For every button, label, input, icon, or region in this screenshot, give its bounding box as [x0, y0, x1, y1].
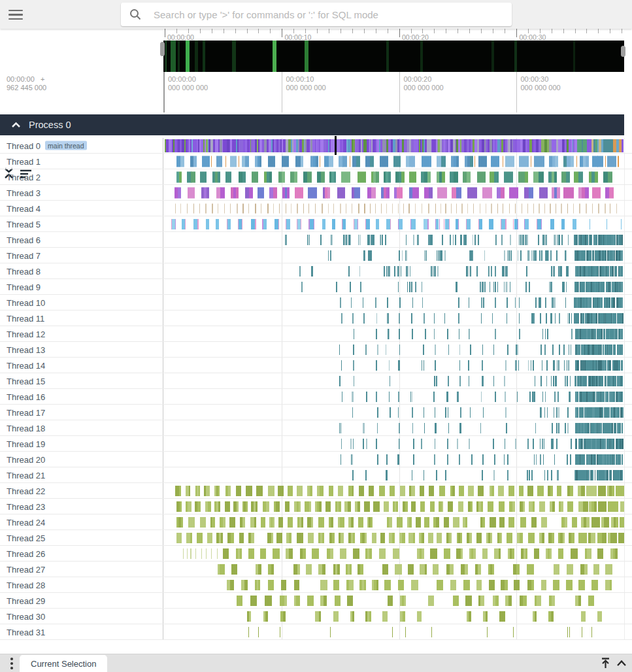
thread-row-23[interactable]: Thread 23: [0, 499, 632, 514]
thread-label[interactable]: Thread 9: [7, 282, 41, 292]
thread-label[interactable]: Thread 19: [7, 439, 45, 448]
overview-timeline[interactable]: [163, 41, 624, 72]
thread-row-6[interactable]: Thread 6: [0, 232, 632, 248]
thread-label[interactable]: Thread 3: [7, 188, 41, 197]
thread-label[interactable]: Thread 17: [7, 407, 45, 417]
thread-track[interactable]: [163, 201, 624, 216]
thread-track[interactable]: [163, 279, 624, 294]
thread-row-21[interactable]: Thread 21: [0, 467, 632, 483]
thread-label[interactable]: Thread 11: [7, 313, 44, 323]
thread-row-1[interactable]: Thread 1: [0, 154, 632, 169]
thread-label[interactable]: Thread 28: [7, 580, 45, 590]
thread-track[interactable]: [163, 358, 624, 373]
thread-track[interactable]: [163, 389, 624, 404]
thread-label[interactable]: Thread 12: [7, 329, 45, 339]
thread-label[interactable]: Thread 25: [7, 533, 45, 543]
thread-row-19[interactable]: Thread 19: [0, 436, 632, 452]
thread-track[interactable]: [163, 248, 624, 263]
thread-label[interactable]: Thread 7: [7, 250, 41, 260]
thread-row-14[interactable]: Thread 14: [0, 358, 632, 373]
thread-row-5[interactable]: Thread 5: [0, 216, 632, 232]
thread-track[interactable]: [163, 342, 624, 357]
thread-track[interactable]: [163, 216, 624, 231]
thread-row-29[interactable]: Thread 29: [0, 593, 632, 609]
thread-row-22[interactable]: Thread 22: [0, 483, 632, 499]
thread-label[interactable]: Thread 27: [7, 564, 45, 574]
overview-right-drag-handle[interactable]: [621, 46, 625, 57]
thread-row-18[interactable]: Thread 18: [0, 420, 632, 436]
thread-track[interactable]: [163, 593, 624, 608]
thread-label[interactable]: Thread 16: [7, 392, 45, 401]
thread-label[interactable]: Thread 23: [7, 501, 45, 511]
thread-track[interactable]: [163, 311, 624, 326]
thread-label[interactable]: Thread 18: [7, 423, 45, 433]
thread-track[interactable]: [163, 609, 624, 624]
thread-track[interactable]: [163, 232, 624, 247]
tab-current-selection[interactable]: Current Selection: [20, 655, 107, 672]
expand-less-icon[interactable]: [616, 659, 627, 667]
thread-track[interactable]: [163, 420, 624, 435]
thread-track[interactable]: [163, 483, 624, 498]
thread-label[interactable]: Thread 15: [7, 376, 45, 386]
thread-track[interactable]: [163, 562, 624, 577]
thread-track[interactable]: [163, 326, 624, 341]
thread-label[interactable]: Thread 31: [7, 627, 45, 637]
thread-row-13[interactable]: Thread 13: [0, 342, 632, 358]
thread-label[interactable]: Thread 20: [7, 454, 45, 464]
thread-track[interactable]: [163, 546, 624, 561]
thread-track[interactable]: [163, 405, 624, 420]
thread-label[interactable]: Thread 22: [7, 486, 45, 496]
thread-track[interactable]: [163, 436, 624, 451]
thread-label[interactable]: Thread 29: [7, 596, 45, 605]
thread-track[interactable]: [163, 499, 624, 514]
dock-to-top-icon[interactable]: [599, 657, 612, 669]
thread-track[interactable]: [163, 452, 624, 467]
search-bar[interactable]: [121, 3, 512, 26]
thread-label[interactable]: Thread 10: [7, 297, 45, 307]
thread-label[interactable]: Thread 6: [7, 235, 41, 244]
thread-label[interactable]: Thread 2: [7, 172, 41, 182]
thread-label[interactable]: Thread 24: [7, 517, 45, 527]
thread-track[interactable]: [163, 373, 624, 388]
thread-row-28[interactable]: Thread 28: [0, 577, 632, 593]
thread-label[interactable]: Thread 4: [7, 203, 41, 213]
thread-label[interactable]: Thread 0main thread: [7, 141, 87, 150]
thread-track[interactable]: [163, 624, 624, 639]
thread-row-24[interactable]: Thread 24: [0, 514, 632, 530]
thread-label[interactable]: Thread 5: [7, 219, 41, 229]
thread-row-7[interactable]: Thread 7: [0, 248, 632, 263]
thread-row-4[interactable]: Thread 4: [0, 201, 632, 216]
thread-row-10[interactable]: Thread 10: [0, 295, 632, 311]
search-input[interactable]: [152, 8, 504, 21]
timeline-ruler[interactable]: 00:00:0000:00:1000:00:2000:00:30: [0, 29, 632, 41]
thread-track[interactable]: [163, 514, 624, 529]
thread-track[interactable]: [163, 295, 624, 310]
thread-label[interactable]: Thread 13: [7, 344, 45, 354]
thread-row-15[interactable]: Thread 15: [0, 373, 632, 389]
thread-track[interactable]: [163, 530, 624, 545]
hamburger-menu-icon[interactable]: [8, 10, 23, 20]
thread-row-17[interactable]: Thread 17: [0, 405, 632, 420]
thread-row-30[interactable]: Thread 30: [0, 609, 632, 624]
thread-row-3[interactable]: Thread 3: [0, 185, 632, 201]
thread-track[interactable]: [163, 169, 624, 184]
thread-row-9[interactable]: Thread 9: [0, 279, 632, 295]
thread-row-11[interactable]: Thread 11: [0, 311, 632, 326]
overview-left-drag-handle[interactable]: [160, 42, 165, 56]
thread-row-16[interactable]: Thread 16: [0, 389, 632, 405]
thread-row-0[interactable]: Thread 0main thread: [0, 138, 632, 154]
thread-row-26[interactable]: Thread 26: [0, 546, 632, 562]
thread-label[interactable]: Thread 26: [7, 548, 45, 558]
thread-label[interactable]: Thread 30: [7, 611, 45, 621]
thread-label[interactable]: Thread 21: [7, 470, 45, 480]
thread-label[interactable]: Thread 14: [7, 360, 45, 370]
thread-row-8[interactable]: Thread 8: [0, 263, 632, 279]
thread-row-27[interactable]: Thread 27: [0, 562, 632, 577]
thread-row-25[interactable]: Thread 25: [0, 530, 632, 546]
thread-track[interactable]: [163, 577, 624, 592]
thread-row-31[interactable]: Thread 31: [0, 624, 632, 640]
thread-row-20[interactable]: Thread 20: [0, 452, 632, 467]
thread-label[interactable]: Thread 8: [7, 266, 41, 276]
thread-label[interactable]: Thread 1: [7, 156, 41, 166]
thread-track[interactable]: [163, 138, 624, 153]
